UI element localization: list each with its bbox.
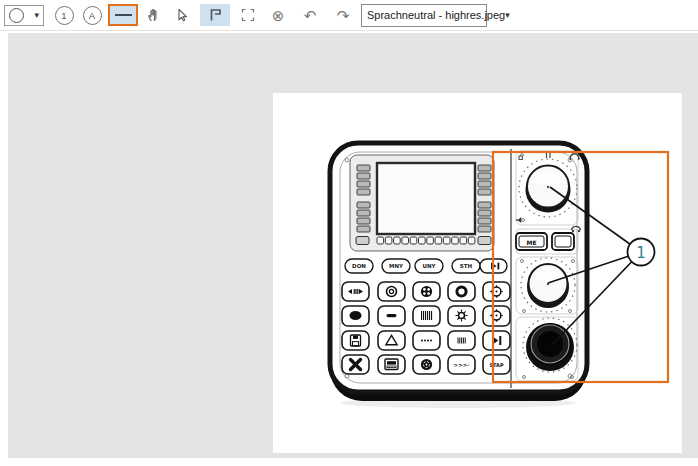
pan-tool[interactable] [142, 3, 166, 27]
mode-button-label: UNY [422, 263, 436, 269]
corner-angle-icon [207, 7, 223, 23]
blob-icon [350, 311, 362, 320]
toolbar: ▾ 1 A ⊗ ↶ ↷ Sprachneutral [0, 0, 698, 31]
me-button-label: ME [526, 239, 536, 246]
image-file-selector[interactable]: Sprachneutral - highres.jpeg ▾ [361, 4, 487, 27]
mode-button-label: STH [460, 263, 473, 269]
line-annotation-tool[interactable] [108, 4, 138, 26]
shape-selector-dropdown[interactable]: ▾ [4, 5, 44, 26]
annotation-callout[interactable]: 1 [628, 239, 655, 266]
hand-icon [146, 7, 162, 23]
clover-knob-icon [421, 286, 432, 297]
device-illustration: DON MNY UNY STH [330, 143, 587, 408]
mode-button-label: MNY [389, 263, 404, 269]
undo-button[interactable]: ↶ [298, 3, 322, 27]
close-circle-icon: ⊗ [272, 8, 285, 23]
device-lcd-screen [377, 163, 475, 234]
selected-file-name: Sprachneutral - highres.jpeg [367, 9, 505, 21]
circled-number-icon: 1 [55, 6, 74, 25]
delete-annotation-button[interactable]: ⊗ [266, 3, 290, 27]
annotated-image: DON MNY UNY STH [273, 93, 682, 453]
corner-line-style-tool[interactable] [200, 4, 230, 26]
horizontal-line-icon [115, 14, 132, 17]
select-tool[interactable] [170, 3, 194, 27]
spiral-target-icon [421, 359, 432, 370]
circled-letter-icon: A [83, 6, 102, 25]
ellipse-shape-icon [9, 8, 24, 23]
chevron-down-icon: ▾ [34, 11, 39, 20]
expand-icon [240, 7, 256, 23]
stop-button-label: STAP [489, 362, 503, 368]
skip-button-label: >>>· [454, 362, 470, 368]
chevron-down-icon: ▾ [505, 11, 510, 20]
fit-to-screen-button[interactable] [236, 3, 260, 27]
dash-icon [387, 314, 397, 317]
device-me-button: ME [516, 233, 547, 250]
device-screen-module [350, 155, 494, 251]
cursor-arrow-icon [174, 7, 190, 23]
image-area[interactable]: DON MNY UNY STH [273, 93, 682, 453]
number-annotation-tool[interactable]: 1 [52, 3, 76, 27]
text-annotation-tool[interactable]: A [80, 3, 104, 27]
callout-number-label: 1 [636, 244, 646, 262]
redo-button[interactable]: ↷ [331, 3, 355, 27]
editor-canvas[interactable]: DON MNY UNY STH [8, 33, 698, 458]
redo-icon: ↷ [337, 8, 350, 23]
undo-icon: ↶ [304, 8, 317, 23]
mode-button-label: DON [352, 263, 366, 269]
device-blank-button [552, 233, 574, 250]
